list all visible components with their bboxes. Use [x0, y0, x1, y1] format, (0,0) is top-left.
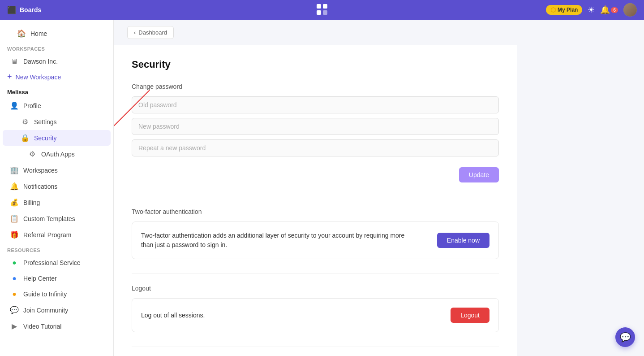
sidebar-item-oauth[interactable]: ⚙ OAuth Apps — [3, 146, 111, 162]
sun-icon: ☀ — [588, 5, 595, 15]
two-factor-label: Two-factor authentication — [132, 208, 499, 215]
settings-icon: ⚙ — [21, 117, 30, 126]
notifications-icon: 🔔 — [10, 182, 19, 191]
home-label: Home — [30, 30, 47, 37]
sidebar-item-professional-service[interactable]: ● Professional Service — [3, 255, 111, 270]
sidebar-item-notifications[interactable]: 🔔 Notifications — [3, 178, 111, 194]
workspaces-icon: 🏢 — [10, 166, 19, 174]
workspace-icon: 🖥 — [10, 57, 19, 65]
content-panel: Security Change password Update Two-fact… — [114, 45, 517, 356]
logout-button[interactable]: Logout — [451, 308, 489, 323]
svg-rect-3 — [323, 10, 327, 15]
professional-label: Professional Service — [23, 259, 81, 266]
sidebar-item-workspace[interactable]: 🖥 Dawson Inc. — [3, 54, 111, 69]
sidebar-item-profile[interactable]: 👤 Profile — [3, 98, 111, 113]
two-factor-section: Two-factor authentication Two-factor aut… — [132, 208, 499, 259]
guide-icon: ● — [10, 290, 19, 298]
workspace-name: Dawson Inc. — [23, 58, 58, 65]
chevron-left-icon: ‹ — [134, 29, 136, 36]
notifications-label: Notifications — [23, 183, 57, 190]
brand-label: Boards — [20, 6, 41, 13]
theme-toggle-button[interactable]: ☀ — [588, 5, 595, 15]
resources-section-label: Resources — [0, 243, 113, 255]
sidebar: 🏠 Home Workspaces 🖥 Dawson Inc. + New Wo… — [0, 20, 114, 356]
guide-label: Guide to Infinity — [23, 291, 67, 298]
sidebar-item-video-tutorial[interactable]: ▶ Video Tutorial — [3, 318, 111, 334]
breadcrumb-area: ‹ Dashboard — [114, 20, 644, 45]
profile-label: Profile — [23, 102, 41, 109]
plus-icon: + — [7, 72, 12, 82]
sidebar-item-security[interactable]: 🔒 Security — [3, 130, 111, 146]
sidebar-item-help-center[interactable]: ● Help Center — [3, 271, 111, 286]
app-logo-icon — [315, 2, 329, 17]
new-password-input[interactable] — [132, 118, 499, 135]
profile-icon: 👤 — [10, 101, 19, 110]
logout-description: Log out of all sessions. — [141, 312, 205, 319]
change-password-label: Change password — [132, 83, 499, 90]
security-icon: 🔒 — [21, 134, 30, 142]
logout-section: Logout Log out of all sessions. Logout — [132, 285, 499, 332]
workspaces-section-label: Workspaces — [0, 42, 113, 53]
breadcrumb-label: Dashboard — [138, 29, 167, 36]
templates-icon: 📋 — [10, 214, 19, 223]
chat-icon: 💬 — [620, 332, 631, 343]
svg-rect-1 — [323, 4, 327, 9]
sidebar-item-billing[interactable]: 💰 Billing — [3, 195, 111, 210]
two-factor-box: Two-factor authentication adds an additi… — [132, 221, 499, 259]
page-title: Security — [132, 59, 499, 70]
user-section-label: Melissa — [0, 84, 113, 97]
chat-support-button[interactable]: 💬 — [615, 327, 635, 347]
professional-icon: ● — [10, 259, 19, 267]
video-label: Video Tutorial — [23, 323, 61, 330]
two-factor-description: Two-factor authentication adds an additi… — [141, 231, 410, 250]
main-content: ‹ Dashboard Security Change password — [114, 20, 644, 356]
oauth-label: OAuth Apps — [41, 151, 75, 158]
home-icon: 🏠 — [17, 29, 26, 38]
settings-label: Settings — [34, 118, 57, 126]
community-label: Join Community — [23, 307, 68, 314]
svg-rect-0 — [317, 4, 321, 9]
billing-label: Billing — [23, 199, 40, 206]
sidebar-item-workspaces[interactable]: 🏢 Workspaces — [3, 162, 111, 178]
referral-label: Referral Program — [23, 231, 71, 239]
new-workspace-label: New Workspace — [16, 74, 61, 81]
sidebar-item-guide[interactable]: ● Guide to Infinity — [3, 287, 111, 302]
logout-box: Log out of all sessions. Logout — [132, 298, 499, 332]
video-icon: ▶ — [10, 322, 19, 330]
oauth-icon: ⚙ — [28, 150, 37, 158]
change-password-section: Change password Update — [132, 83, 499, 182]
notification-badge: 6 — [611, 7, 618, 13]
boards-icon: ⬛ — [7, 6, 16, 14]
enable-2fa-button[interactable]: Enable now — [437, 233, 489, 248]
sidebar-item-settings[interactable]: ⚙ Settings — [3, 114, 111, 130]
referral-icon: 🎁 — [10, 230, 19, 239]
plan-label: My Plan — [558, 7, 578, 13]
old-password-input[interactable] — [132, 96, 499, 113]
sidebar-item-referral[interactable]: 🎁 Referral Program — [3, 227, 111, 243]
top-navigation: ⬛ Boards My Plan ☀ 🔔 6 — [0, 0, 644, 20]
user-avatar[interactable] — [623, 3, 637, 17]
repeat-password-input[interactable] — [132, 139, 499, 156]
svg-rect-2 — [317, 10, 321, 15]
sidebar-item-custom-templates[interactable]: 📋 Custom Templates — [3, 211, 111, 226]
logout-label: Logout — [132, 285, 499, 292]
sidebar-item-community[interactable]: 💬 Join Community — [3, 302, 111, 318]
plan-badge[interactable]: My Plan — [546, 5, 582, 15]
help-label: Help Center — [23, 275, 57, 282]
security-label: Security — [34, 135, 57, 142]
workspaces-label: Workspaces — [23, 167, 58, 174]
notifications-button[interactable]: 🔔 6 — [600, 5, 618, 15]
bell-icon: 🔔 — [600, 5, 610, 15]
help-icon: ● — [10, 274, 19, 282]
update-password-button[interactable]: Update — [459, 167, 499, 182]
back-to-dashboard-button[interactable]: ‹ Dashboard — [127, 26, 174, 39]
templates-label: Custom Templates — [23, 215, 75, 222]
community-icon: 💬 — [10, 306, 19, 314]
sidebar-item-home[interactable]: 🏠 Home — [10, 26, 103, 41]
avatar-image — [623, 3, 637, 17]
new-workspace-button[interactable]: + New Workspace — [0, 69, 113, 84]
billing-icon: 💰 — [10, 198, 19, 207]
